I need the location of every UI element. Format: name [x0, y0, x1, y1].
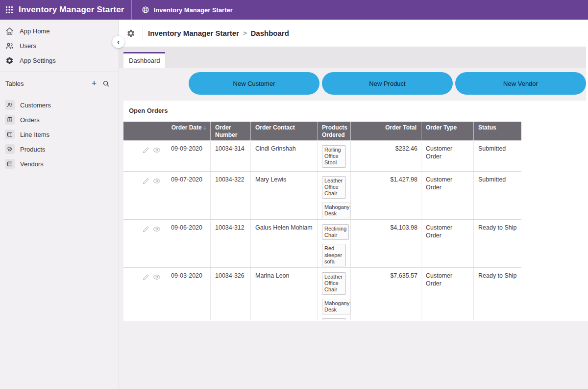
product-chip: Leather Office Chair: [322, 272, 346, 295]
breadcrumb: Inventory Manager Starter > Dashboard: [143, 29, 289, 37]
product-chip: Leather Office Chair: [322, 176, 346, 199]
order-status: Submitted: [474, 172, 521, 219]
column-header-order-date[interactable]: Order Date ↓: [123, 122, 211, 141]
breadcrumb-bar: Inventory Manager Starter > Dashboard: [119, 20, 588, 47]
plus-icon: +: [92, 79, 97, 88]
view-record-icon[interactable]: [153, 225, 161, 233]
order-status: Submitted: [474, 141, 521, 171]
add-table-button[interactable]: +: [88, 78, 100, 89]
chevron-left-icon: ‹: [117, 38, 119, 46]
sidebar-table-line-items[interactable]: Line Items: [0, 127, 119, 142]
edit-record-icon[interactable]: [142, 178, 149, 185]
order-contact: Gaius Helen Mohiam: [251, 220, 318, 267]
new-customer-button[interactable]: New Customer: [189, 72, 319, 95]
view-record-icon[interactable]: [153, 273, 161, 281]
products-ordered: Rolling Office Stool: [318, 141, 351, 171]
sidebar-table-products[interactable]: Products: [0, 142, 119, 156]
quick-actions: New Customer New Product New Vendor: [189, 72, 586, 95]
column-header-products-ordered[interactable]: Products Ordered: [318, 122, 351, 141]
topbar-page-title: Inventory Manager Starter: [154, 6, 233, 14]
main-area: Inventory Manager Starter > Dashboard Da…: [119, 20, 588, 389]
tables-section-label: Tables: [5, 80, 24, 87]
order-total: $4,103.98: [351, 220, 421, 267]
order-number: 10034-314: [211, 141, 251, 171]
table-row: 09-07-2020 10034-322 Mary Lewis Leather …: [123, 171, 521, 219]
order-number: 10034-312: [211, 220, 251, 267]
order-status: Ready to Ship: [474, 268, 521, 320]
app-window: Inventory Manager Starter Inventory Mana…: [0, 0, 588, 389]
open-orders-panel: Open Orders Order Date ↓ Order Number Or…: [123, 101, 586, 321]
sidebar-item-users[interactable]: Users: [0, 38, 119, 53]
sidebar-collapse-button[interactable]: ‹: [112, 36, 124, 48]
column-header-order-total[interactable]: Order Total: [351, 122, 421, 141]
search-icon: [102, 80, 110, 87]
sidebar-item-app-home[interactable]: App Home: [0, 24, 119, 38]
products-icon: [5, 144, 15, 154]
view-record-icon[interactable]: [153, 177, 161, 185]
order-type: Customer Order: [421, 268, 474, 320]
column-header-status[interactable]: Status: [474, 122, 521, 141]
breadcrumb-separator-icon: >: [243, 29, 247, 37]
order-status: Ready to Ship: [474, 220, 521, 267]
edit-record-icon[interactable]: [142, 274, 149, 281]
tab-label: Dashboard: [129, 57, 160, 64]
tab-dashboard[interactable]: Dashboard: [123, 52, 165, 68]
sidebar-table-customers[interactable]: Customers: [0, 98, 119, 112]
column-header-order-type[interactable]: Order Type: [421, 122, 474, 141]
order-total: $7,635.57: [351, 268, 421, 320]
orders-table-body: 09-09-2020 10034-314 Cindi Grinshah Roll…: [123, 140, 521, 320]
sidebar-table-label: Customers: [20, 102, 51, 109]
product-chip: Reclining Chair: [322, 224, 349, 240]
products-ordered: Leather Office ChairMahogany DeskRed sle…: [318, 268, 351, 320]
products-ordered: Leather Office ChairMahogany Desk: [318, 172, 351, 219]
order-date: 09-03-2020: [171, 272, 202, 280]
panel-title: Open Orders: [123, 101, 586, 114]
sidebar: App Home Users App Settings: [0, 20, 119, 389]
table-row: 09-09-2020 10034-314 Cindi Grinshah Roll…: [123, 140, 521, 171]
product-chip: Rolling Office Stool: [322, 145, 346, 168]
order-type: Customer Order: [421, 141, 474, 171]
new-product-button[interactable]: New Product: [322, 72, 453, 95]
app-grid-icon[interactable]: [0, 0, 19, 20]
line-items-icon: [5, 130, 15, 139]
sidebar-item-label: App Settings: [20, 57, 56, 64]
orders-icon: [5, 115, 15, 125]
order-type: Customer Order: [421, 220, 474, 267]
orders-table-header: Order Date ↓ Order Number Order Contact …: [123, 122, 521, 140]
product-chip: Mahogany Desk: [322, 299, 350, 314]
products-ordered: Reclining ChairRed sleeper sofa: [318, 220, 351, 267]
scrollbar-track[interactable]: [586, 20, 588, 321]
order-date: 09-06-2020: [171, 224, 202, 232]
dashboard-content: New Customer New Product New Vendor Open…: [119, 68, 586, 389]
breadcrumb-current: Dashboard: [250, 29, 289, 37]
edit-record-icon[interactable]: [142, 226, 149, 233]
column-header-order-contact[interactable]: Order Contact: [251, 122, 318, 141]
new-vendor-button[interactable]: New Vendor: [455, 72, 586, 95]
product-chip: Red sleeper sofa: [322, 318, 346, 320]
vendors-icon: [5, 159, 15, 169]
sidebar-item-label: App Home: [20, 27, 49, 35]
order-total: $232.46: [351, 141, 421, 171]
order-date: 09-09-2020: [171, 145, 202, 153]
page-settings-button[interactable]: [119, 29, 143, 38]
sidebar-table-label: Line Items: [20, 131, 49, 138]
sidebar-table-label: Products: [20, 146, 45, 153]
sidebar-table-vendors[interactable]: Vendors: [0, 156, 119, 171]
view-record-icon[interactable]: [153, 146, 161, 154]
edit-record-icon[interactable]: [142, 147, 149, 154]
globe-icon: [142, 6, 149, 14]
sidebar-table-orders[interactable]: Orders: [0, 112, 119, 127]
column-header-order-number[interactable]: Order Number: [211, 122, 251, 141]
product-chip: Mahogany Desk: [322, 203, 350, 218]
sidebar-table-label: Vendors: [20, 160, 44, 168]
sidebar-item-app-settings[interactable]: App Settings: [0, 53, 119, 68]
order-number: 10034-322: [211, 172, 251, 219]
users-icon: [5, 42, 14, 50]
product-chip: Red sleeper sofa: [322, 244, 346, 266]
order-total: $1,427.98: [351, 172, 421, 219]
sort-desc-icon: ↓: [203, 124, 206, 131]
breadcrumb-root[interactable]: Inventory Manager Starter: [148, 29, 239, 37]
order-number: 10034-326: [211, 268, 251, 320]
search-tables-button[interactable]: [100, 78, 112, 89]
gear-icon: [5, 56, 14, 65]
